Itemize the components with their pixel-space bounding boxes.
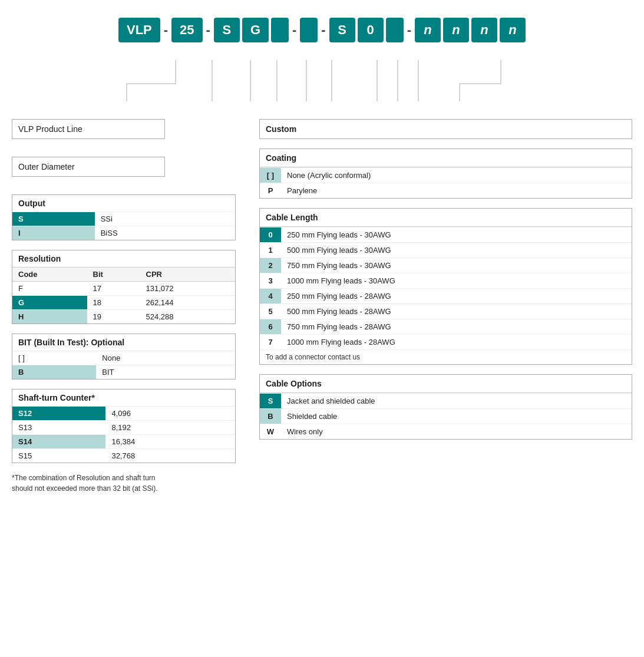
bit-row-B: B BIT: [12, 365, 235, 379]
segment-empty3: [386, 18, 404, 42]
output-desc-SSi: SSi: [95, 212, 235, 226]
resolution-code-F: F: [12, 282, 87, 296]
shaft-desc-4096: 4,096: [105, 407, 235, 421]
coating-code-P: P: [260, 183, 281, 198]
bit-desc-none: None: [96, 351, 235, 365]
resolution-header-row: Code Bit CPR: [12, 268, 235, 282]
bit-table: [ ] None B BIT: [12, 351, 235, 379]
shaft-counter-table: S12 4,096 S13 8,192 S14 16,384 S15: [12, 406, 235, 463]
cable-desc-4: 250 mm Flying leads - 28AWG: [281, 289, 632, 303]
cable-desc-1: 500 mm Flying leads - 30AWG: [281, 243, 632, 257]
resolution-title: Resolution: [12, 250, 235, 267]
cable-code-7: 7: [260, 335, 281, 349]
resolution-code-G: G: [12, 296, 87, 310]
output-code-S: S: [12, 212, 95, 226]
cable-desc-5: 500 mm Flying leads - 28AWG: [281, 304, 632, 319]
segment-0: 0: [358, 18, 384, 42]
cable-length-title: Cable Length: [260, 209, 632, 227]
segment-G: G: [242, 18, 269, 42]
segment-S2: S: [329, 18, 355, 42]
dash-2: -: [205, 22, 212, 38]
bit-box: BIT (Built In Test): Optional [ ] None B…: [12, 334, 236, 379]
cable-desc-6: 750 mm Flying leads - 28AWG: [281, 319, 632, 334]
resolution-code-H: H: [12, 310, 87, 324]
coating-code-empty: [ ]: [260, 168, 281, 183]
main-layout: VLP Product Line Outer Diameter Output S…: [12, 119, 632, 494]
output-table: S SSi I BiSS: [12, 212, 235, 240]
dash-5: -: [406, 22, 412, 38]
model-bar: VLP - 25 - S G - - S 0 - n n n n: [12, 18, 632, 42]
bit-desc-BIT: BIT: [96, 365, 235, 379]
bit-title: BIT (Built In Test): Optional: [12, 334, 235, 351]
cable-options-code-S: S: [260, 394, 281, 408]
segment-S: S: [214, 18, 240, 42]
resolution-cpr-F: 131,072: [140, 282, 235, 296]
dash-3: -: [291, 22, 298, 38]
cable-row-3: 3 1000 mm Flying leads - 30AWG: [260, 273, 632, 288]
coating-row-P: P Parylene: [260, 183, 632, 198]
cable-options-title: Cable Options: [260, 375, 632, 393]
vlp-product-line-label: VLP Product Line: [12, 119, 165, 139]
shaft-counter-title: Shaft-turn Counter*: [12, 389, 235, 406]
cable-length-note: To add a connector contact us: [260, 349, 632, 364]
output-desc-BiSS: BiSS: [95, 226, 235, 240]
resolution-row-H: H 19 524,288: [12, 310, 235, 324]
coating-desc-none: None (Acrylic conformal): [281, 168, 632, 183]
segment-empty1: [271, 18, 289, 42]
cable-code-1: 1: [260, 243, 281, 257]
segment-n3: n: [471, 18, 497, 42]
shaft-desc-16384: 16,384: [105, 435, 235, 449]
shaft-row-S14: S14 16,384: [12, 435, 235, 449]
cable-options-desc-W: Wires only: [281, 424, 632, 439]
shaft-code-S14: S14: [12, 435, 105, 449]
custom-label: Custom: [259, 119, 632, 139]
output-title: Output: [12, 195, 235, 212]
cable-row-7: 7 1000 mm Flying leads - 28AWG: [260, 334, 632, 349]
coating-box: Coating [ ] None (Acrylic conformal) P P…: [259, 148, 632, 199]
cable-row-4: 4 250 mm Flying leads - 28AWG: [260, 288, 632, 303]
cable-options-row-W: W Wires only: [260, 424, 632, 439]
cable-desc-0: 250 mm Flying leads - 30AWG: [281, 227, 632, 242]
cable-code-4: 4: [260, 289, 281, 303]
resolution-box: Resolution Code Bit CPR F 17 131,07: [12, 250, 236, 324]
output-row-I: I BiSS: [12, 226, 235, 240]
cable-row-6: 6 750 mm Flying leads - 28AWG: [260, 319, 632, 334]
connector-lines-top: [12, 54, 644, 119]
cable-desc-2: 750 mm Flying leads - 30AWG: [281, 258, 632, 273]
shaft-code-S12: S12: [12, 407, 105, 421]
resolution-table: Code Bit CPR F 17 131,072 G: [12, 267, 235, 323]
resolution-cpr-H: 524,288: [140, 310, 235, 324]
resolution-row-F: F 17 131,072: [12, 282, 235, 296]
cable-row-2: 2 750 mm Flying leads - 30AWG: [260, 257, 632, 273]
shaft-row-S12: S12 4,096: [12, 407, 235, 421]
left-side: VLP Product Line Outer Diameter Output S…: [12, 119, 236, 494]
dash-4: -: [320, 22, 326, 38]
cable-code-0: 0: [260, 227, 281, 242]
output-row-S: S SSi: [12, 212, 235, 226]
cable-options-desc-B: Shielded cable: [281, 409, 632, 424]
segment-empty2: [300, 18, 318, 42]
cable-length-box: Cable Length 0 250 mm Flying leads - 30A…: [259, 208, 632, 365]
cable-options-box: Cable Options S Jacket and shielded cabl…: [259, 374, 632, 440]
resolution-bit-F: 17: [87, 282, 140, 296]
shaft-row-S15: S15 32,768: [12, 449, 235, 463]
outer-diameter-label: Outer Diameter: [12, 157, 165, 177]
segment-vlp: VLP: [118, 18, 160, 42]
resolution-header-code: Code: [12, 268, 87, 282]
shaft-counter-box: Shaft-turn Counter* S12 4,096 S13 8,192 …: [12, 389, 236, 463]
shaft-desc-32768: 32,768: [105, 449, 235, 463]
segment-n1: n: [415, 18, 441, 42]
segment-n4: n: [500, 18, 526, 42]
coating-title: Coating: [260, 149, 632, 167]
cable-code-5: 5: [260, 304, 281, 319]
resolution-bit-G: 18: [87, 296, 140, 310]
coating-row-empty: [ ] None (Acrylic conformal): [260, 167, 632, 183]
cable-desc-3: 1000 mm Flying leads - 30AWG: [281, 273, 632, 288]
cable-code-3: 3: [260, 273, 281, 288]
resolution-row-G: G 18 262,144: [12, 296, 235, 310]
cable-options-code-B: B: [260, 409, 281, 424]
cable-options-code-W: W: [260, 424, 281, 439]
cable-code-6: 6: [260, 319, 281, 334]
shaft-code-S13: S13: [12, 421, 105, 435]
dash-1: -: [163, 22, 169, 38]
